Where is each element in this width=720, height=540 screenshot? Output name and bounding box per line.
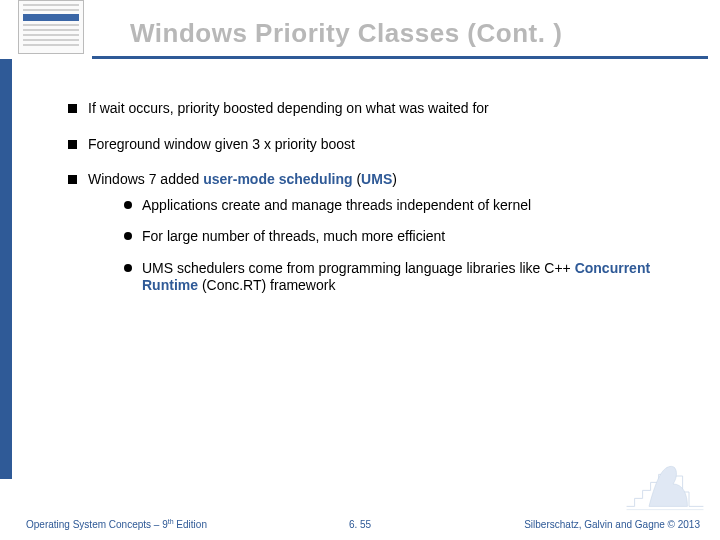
keyword-ums-long: user-mode scheduling xyxy=(203,171,352,187)
footer: Operating System Concepts – 9th Edition … xyxy=(0,512,720,534)
bullet-3: Windows 7 added user-mode scheduling (UM… xyxy=(60,171,690,295)
dinosaur-watermark-icon xyxy=(624,460,706,516)
slide-title: Windows Priority Classes (Cont. ) xyxy=(130,18,700,49)
footer-copyright: Silberschatz, Galvin and Gagne © 2013 xyxy=(524,519,700,530)
bullet-3-text-pre: Windows 7 added xyxy=(88,171,203,187)
sub-bullet-3: UMS schedulers come from programming lan… xyxy=(122,260,690,295)
content-area: If wait occurs, priority boosted dependi… xyxy=(60,100,690,313)
bullet-3-text-mid: ( xyxy=(353,171,362,187)
sub-bullets: Applications create and manage threads i… xyxy=(122,197,690,295)
sub-bullet-2: For large number of threads, much more e… xyxy=(122,228,690,246)
sub-bullet-1: Applications create and manage threads i… xyxy=(122,197,690,215)
slide-thumbnail xyxy=(18,0,84,54)
slide: Windows Priority Classes (Cont. ) If wai… xyxy=(0,0,720,540)
left-color-bar xyxy=(0,59,12,479)
title-underline xyxy=(92,56,708,59)
bullet-3-text-post: ) xyxy=(392,171,397,187)
bullet-1: If wait occurs, priority boosted dependi… xyxy=(60,100,690,118)
bullet-2: Foreground window given 3 x priority boo… xyxy=(60,136,690,154)
sub-bullet-3-pre: UMS schedulers come from programming lan… xyxy=(142,260,575,276)
keyword-ums: UMS xyxy=(361,171,392,187)
sub-bullet-3-post: (Conc.RT) framework xyxy=(198,277,335,293)
